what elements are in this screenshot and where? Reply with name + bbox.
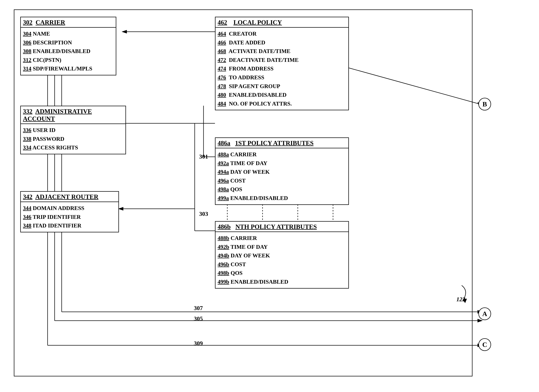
carrier-row-308: 308 ENABLED/DISABLED [23, 47, 114, 56]
router-row-348: 348 ITAD IDENTIFIER [23, 221, 116, 230]
lp-num-472: 472 [218, 57, 226, 63]
carrier-box-title: 302 CARRIER [21, 17, 116, 28]
router-num-344: 344 [23, 205, 31, 211]
policy-attrs-1st-box: 486a 1ST POLICY ATTRIBUTES 488a CARRIER … [215, 137, 349, 205]
lp-row-476: 476 TO ADDRESS [218, 73, 346, 82]
circle-b-label: B [482, 100, 487, 108]
local-policy-box: 462 LOCAL POLICY 464 CREATOR 466 DATE AD… [215, 17, 349, 110]
carrier-row-306: 306 DESCRIPTION [23, 38, 114, 47]
pa1-row-488a: 488a CARRIER [218, 150, 346, 159]
lp-row-480: 480 ENABLED/DISABLED [218, 91, 346, 99]
pan-row-492b: 492b TIME OF DAY [218, 243, 346, 251]
label-305: 305 [194, 315, 203, 322]
circle-a: A [478, 307, 491, 320]
router-num-346: 346 [23, 214, 31, 220]
admin-row-338: 338 PASSWORD [23, 135, 123, 143]
pa1-row-494a: 494a DAY OF WEEK [218, 167, 346, 176]
lp-row-472: 472 DEACTIVATE DATE/TIME [218, 56, 346, 64]
svg-line-19 [345, 67, 479, 104]
label-303: 303 [199, 210, 208, 217]
admin-num-338: 338 [23, 136, 31, 142]
policy-attrs-nth-box: 486b NTH POLICY ATTRIBUTES 488b CARRIER … [215, 221, 349, 289]
carrier-num-312: 312 [23, 57, 31, 63]
pan-num-498b: 498b [218, 270, 229, 276]
pa1-num-488a: 488a [218, 151, 229, 158]
carrier-row-314: 314 SDP/FIREWALL/MPLS [23, 64, 114, 73]
lp-num-480: 480 [218, 92, 226, 98]
admin-row-334: 334 ACCESS RIGHTS [23, 143, 123, 152]
local-policy-id: 462 [218, 19, 227, 26]
pan-box-title: 486b NTH POLICY ATTRIBUTES [216, 222, 348, 232]
lp-num-484: 484 [218, 100, 226, 107]
router-row-346: 346 TRIP IDENTIFIER [23, 213, 116, 221]
circle-c-label: C [482, 341, 487, 349]
pa1-num-499a: 499a [218, 195, 229, 201]
pa1-box-title: 486a 1ST POLICY ATTRIBUTES [216, 138, 348, 148]
lp-row-478: 478 SIP AGENT GROUP [218, 82, 346, 91]
router-box-body: 344 DOMAIN ADDRESS 346 TRIP IDENTIFIER 3… [21, 202, 118, 232]
carrier-num-306: 306 [23, 39, 31, 46]
lp-num-468: 468 [218, 48, 226, 54]
pan-num-499b: 499b [218, 278, 229, 285]
local-policy-box-body: 464 CREATOR 466 DATE ADDED 468 ACTIVATE … [216, 28, 348, 110]
admin-box-title: 332 ADMINISTRATIVE ACCOUNT [21, 106, 125, 124]
pan-num-488b: 488b [218, 235, 229, 241]
lp-row-474: 474 FROM ADDRESS [218, 64, 346, 73]
pa1-num-498a: 498a [218, 186, 229, 192]
lp-row-466: 466 DATE ADDED [218, 38, 346, 47]
router-box-title: 342 ADJACENT ROUTER [21, 192, 118, 202]
admin-account-box: 332 ADMINISTRATIVE ACCOUNT 336 USER ID 3… [20, 106, 126, 154]
svg-marker-2 [122, 30, 127, 33]
carrier-title-text: CARRIER [36, 19, 65, 26]
carrier-num-308: 308 [23, 48, 31, 54]
pan-row-499b: 499b ENABLED/DISABLED [218, 277, 346, 286]
label-307: 307 [194, 305, 203, 311]
adjacent-router-box: 342 ADJACENT ROUTER 344 DOMAIN ADDRESS 3… [20, 191, 119, 232]
pa1-row-499a: 499a ENABLED/DISABLED [218, 194, 346, 203]
pan-num-492b: 492b [218, 244, 229, 250]
circle-a-label: A [482, 310, 487, 318]
carrier-num-314: 314 [23, 65, 31, 72]
pan-row-498b: 498b QOS [218, 269, 346, 277]
pa1-num-494a: 494a [218, 169, 229, 175]
admin-title-text: ADMINISTRATIVE ACCOUNT [23, 108, 92, 122]
carrier-box: 302 CARRIER 304 NAME 306 DESCRIPTION 308… [20, 17, 116, 75]
router-num-348: 348 [23, 222, 31, 229]
lp-num-478: 478 [218, 83, 226, 89]
label-301: 301 [199, 153, 208, 160]
pa1-box-body: 488a CARRIER 492a TIME OF DAY 494a DAY O… [216, 148, 348, 204]
pan-row-494b: 494b DAY OF WEEK [218, 251, 346, 260]
lp-num-464: 464 [218, 30, 226, 37]
pa1-id: 486a [218, 139, 230, 147]
pa1-row-498a: 498a QOS [218, 185, 346, 194]
carrier-row-312: 312 CIC(PSTN) [23, 56, 114, 64]
router-row-344: 344 DOMAIN ADDRESS [23, 204, 116, 213]
label-122: 122 [456, 296, 465, 303]
local-policy-box-title: 462 LOCAL POLICY [216, 17, 348, 28]
carrier-row-304: 304 NAME [23, 29, 114, 38]
pan-row-488b: 488b CARRIER [218, 234, 346, 243]
carrier-box-body: 304 NAME 306 DESCRIPTION 308 ENABLED/DIS… [21, 28, 116, 75]
pa1-row-496a: 496a COST [218, 176, 346, 185]
pa1-title-text: 1ST POLICY ATTRIBUTES [235, 139, 313, 147]
pan-title-text: NTH POLICY ATTRIBUTES [236, 223, 317, 230]
carrier-num-304: 304 [23, 30, 31, 37]
label-309: 309 [194, 340, 203, 347]
router-title-text: ADJACENT ROUTER [35, 193, 98, 200]
pan-num-494b: 494b [218, 252, 229, 259]
lp-num-474: 474 [218, 65, 226, 72]
lp-row-464: 464 CREATOR [218, 29, 346, 38]
carrier-id: 302 [23, 19, 32, 26]
admin-num-336: 336 [23, 127, 31, 133]
lp-num-466: 466 [218, 39, 226, 46]
pa1-num-496a: 496a [218, 177, 229, 184]
lp-row-468: 468 ACTIVATE DATE/TIME [218, 47, 346, 56]
pa1-row-492a: 492a TIME OF DAY [218, 159, 346, 168]
admin-row-336: 336 USER ID [23, 126, 123, 135]
admin-num-334: 334 [23, 144, 31, 151]
router-id: 342 [23, 193, 32, 200]
pan-num-496b: 496b [218, 261, 229, 268]
circle-b: B [478, 98, 491, 110]
pa1-num-492a: 492a [218, 160, 229, 166]
lp-row-484: 484 NO. OF POLICY ATTRS. [218, 99, 346, 108]
